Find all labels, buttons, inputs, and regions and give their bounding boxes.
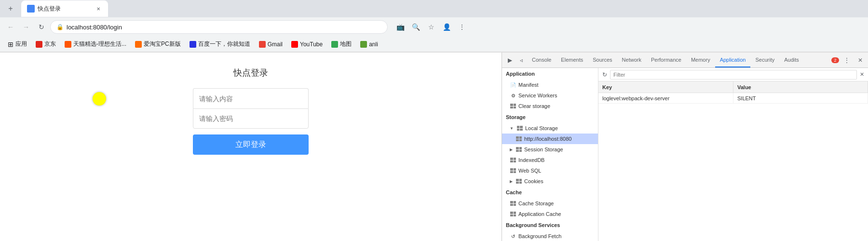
tab-application-label: Application bbox=[720, 57, 746, 63]
key-column-header: Key bbox=[598, 81, 733, 93]
tab-title: 快点登录 bbox=[38, 5, 61, 13]
tab-application[interactable]: Application bbox=[715, 53, 751, 67]
bookmark-jd[interactable]: 京东 bbox=[32, 39, 60, 50]
devtools-panel: ▶ ◃ Console Elements Sources Network Per… bbox=[502, 53, 868, 241]
sidebar-item-service-workers[interactable]: Service Workers bbox=[502, 90, 598, 101]
sidebar-item-indexeddb-label: IndexedDB bbox=[518, 157, 544, 163]
storage-table: Key Value loglevel:webpack-dev-server SI… bbox=[598, 81, 868, 241]
tab-audits[interactable]: Audits bbox=[779, 53, 804, 67]
sidebar-item-background-fetch[interactable]: ↺ Background Fetch bbox=[502, 231, 598, 241]
sidebar-item-clear-storage-label: Clear storage bbox=[518, 103, 550, 109]
filter-input[interactable] bbox=[610, 70, 857, 80]
bookmark-baidu-label: 百度一下，你就知道 bbox=[198, 40, 250, 48]
apps-icon: ⊞ bbox=[8, 40, 14, 48]
bookmark-aitaobao-label: 爱淘宝PC新版 bbox=[144, 40, 181, 48]
bookmark-tianmao[interactable]: 天猫精选-理想生活... bbox=[61, 39, 130, 50]
sidebar-section-cache: Cache bbox=[502, 187, 598, 198]
username-input[interactable] bbox=[193, 88, 309, 108]
back-button[interactable]: ← bbox=[4, 20, 17, 34]
sidebar-item-local-storage[interactable]: ▼ Local Storage bbox=[502, 123, 598, 134]
reload-button[interactable]: ↻ bbox=[35, 20, 48, 34]
login-button[interactable]: 立即登录 bbox=[193, 134, 309, 155]
error-badge: 2 bbox=[831, 57, 839, 63]
bookmark-maps[interactable]: 地图 bbox=[327, 39, 355, 50]
sidebar-item-cookies-label: Cookies bbox=[524, 178, 543, 184]
sidebar-item-application-cache[interactable]: Application Cache bbox=[502, 209, 598, 219]
sidebar-item-session-storage[interactable]: ▶ Session Storage bbox=[502, 144, 598, 155]
tab-elements[interactable]: Elements bbox=[556, 53, 588, 67]
sidebar-item-manifest[interactable]: 📄 Manifest bbox=[502, 80, 598, 90]
bookmark-youtube[interactable]: YouTube bbox=[287, 39, 326, 50]
clear-filter-button[interactable]: ✕ bbox=[860, 71, 864, 78]
main-area: 快点登录 立即登录 ▶ ◃ Console Elements Sources N… bbox=[0, 53, 868, 241]
bookmark-apps[interactable]: ⊞ 应用 bbox=[4, 39, 31, 50]
bookmark-maps-label: 地图 bbox=[340, 40, 352, 48]
sidebar-item-clear-storage[interactable]: Clear storage bbox=[502, 101, 598, 111]
page-content: 快点登录 立即登录 bbox=[0, 53, 502, 241]
password-input[interactable] bbox=[193, 108, 309, 129]
tab-memory[interactable]: Memory bbox=[686, 53, 715, 67]
bookmark-gmail[interactable]: Gmail bbox=[255, 39, 286, 50]
gear-icon bbox=[510, 92, 516, 99]
bookmark-gmail-label: Gmail bbox=[268, 41, 283, 48]
url-bar[interactable]: 🔒 localhost:8080/login bbox=[50, 20, 388, 34]
browser-tab[interactable]: 快点登录 ✕ bbox=[21, 0, 108, 17]
devtools-tab-actions: 2 ⋮ ✕ bbox=[831, 54, 866, 66]
tab-elements-label: Elements bbox=[561, 57, 583, 63]
devtools-more-button[interactable]: ⋮ bbox=[841, 54, 853, 66]
background-fetch-icon: ↺ bbox=[510, 233, 516, 240]
sidebar-item-cookies[interactable]: ▶ Cookies bbox=[502, 176, 598, 187]
local-storage-host-icon bbox=[515, 135, 522, 142]
sidebar-section-application: Application bbox=[502, 68, 598, 80]
expand-arrow-session-storage: ▶ bbox=[510, 147, 513, 152]
menu-button[interactable]: ⋮ bbox=[455, 20, 469, 34]
table-cell-key: loglevel:webpack-dev-server bbox=[598, 93, 733, 103]
devtools-inspect-button[interactable]: ▶ bbox=[504, 54, 515, 66]
address-bar: ← → ↻ 🔒 localhost:8080/login 📺 🔍 ☆ 👤 ⋮ bbox=[0, 17, 868, 37]
browser-actions: 📺 🔍 ☆ 👤 ⋮ bbox=[393, 20, 469, 34]
tab-security[interactable]: Security bbox=[750, 53, 779, 67]
bookmark-apps-label: 应用 bbox=[15, 40, 27, 48]
tab-close-button[interactable]: ✕ bbox=[95, 5, 102, 13]
login-title: 快点登录 bbox=[233, 67, 268, 79]
tab-sources[interactable]: Sources bbox=[588, 53, 617, 67]
sidebar-item-background-fetch-label: Background Fetch bbox=[518, 233, 561, 239]
maps-favicon bbox=[331, 41, 338, 48]
tab-network[interactable]: Network bbox=[617, 53, 646, 67]
bookmark-baidu[interactable]: 百度一下，你就知道 bbox=[186, 39, 254, 50]
indexeddb-icon bbox=[510, 157, 516, 163]
bookmarks-bar: ⊞ 应用 京东 天猫精选-理想生活... 爱淘宝PC新版 百度一下，你就知道 G… bbox=[0, 37, 868, 52]
aitaobao-favicon bbox=[135, 41, 142, 48]
expand-arrow-cookies: ▶ bbox=[510, 179, 513, 184]
tab-performance[interactable]: Performance bbox=[646, 53, 686, 67]
gmail-favicon bbox=[259, 41, 266, 48]
local-storage-icon bbox=[516, 125, 523, 132]
devtools-close-button[interactable]: ✕ bbox=[854, 54, 866, 66]
bookmark-jd-label: 京东 bbox=[44, 40, 56, 48]
bookmark-button[interactable]: ☆ bbox=[424, 20, 438, 34]
login-form: 立即登录 bbox=[193, 88, 309, 155]
devtools-device-button[interactable]: ◃ bbox=[515, 54, 527, 66]
new-tab-button[interactable]: + bbox=[4, 2, 17, 15]
tab-nav-buttons: + bbox=[4, 2, 17, 15]
zoom-button[interactable]: 🔍 bbox=[409, 20, 422, 34]
tab-console[interactable]: Console bbox=[527, 53, 556, 67]
sidebar-item-indexeddb[interactable]: IndexedDB bbox=[502, 155, 598, 165]
bookmark-youtube-label: YouTube bbox=[300, 41, 323, 48]
baidu-favicon bbox=[190, 41, 196, 48]
tab-security-label: Security bbox=[755, 57, 774, 63]
browser-chrome: + 快点登录 ✕ ← → ↻ 🔒 localhost:8080/login 📺 … bbox=[0, 0, 868, 53]
clear-storage-icon bbox=[510, 103, 516, 109]
forward-button[interactable]: → bbox=[19, 20, 33, 34]
sidebar-item-local-storage-host[interactable]: http://localhost:8080 bbox=[502, 134, 598, 144]
profile-button[interactable]: 👤 bbox=[440, 20, 453, 34]
bookmark-aitaobao[interactable]: 爱淘宝PC新版 bbox=[131, 39, 185, 50]
sidebar-item-cache-storage[interactable]: Cache Storage bbox=[502, 198, 598, 209]
sidebar-item-web-sql[interactable]: Web SQL bbox=[502, 165, 598, 176]
table-cell-value: SILENT bbox=[733, 93, 868, 103]
refresh-button[interactable]: ↻ bbox=[602, 71, 607, 78]
table-row[interactable]: loglevel:webpack-dev-server SILENT bbox=[598, 93, 868, 104]
bookmark-anli[interactable]: anli bbox=[356, 39, 382, 50]
cast-button[interactable]: 📺 bbox=[393, 20, 407, 34]
sidebar-item-application-cache-label: Application Cache bbox=[518, 211, 561, 217]
